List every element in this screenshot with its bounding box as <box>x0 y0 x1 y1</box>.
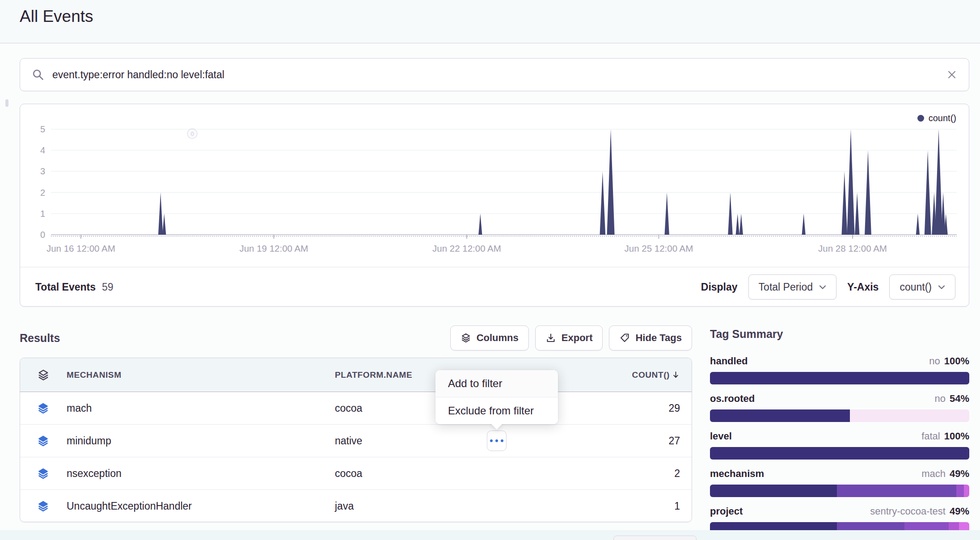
yaxis-label: Y-Axis <box>847 281 879 293</box>
tag-top-value: no <box>929 355 940 367</box>
chart-footer: Total Events 59 Display Total Period Y-A… <box>20 267 969 307</box>
search-bar[interactable]: event.type:error handled:no level:fatal <box>20 58 969 91</box>
hide-tags-button[interactable]: Hide Tags <box>609 325 692 350</box>
legend-series-label: count() <box>929 113 956 123</box>
table-row[interactable]: nsexceptioncocoa2 <box>20 457 692 490</box>
count-header-label: COUNT() <box>632 370 670 380</box>
total-events-label: Total Events <box>35 281 96 293</box>
tag-percent: 49% <box>950 505 969 518</box>
svg-text:2: 2 <box>40 188 45 198</box>
cell-count[interactable]: 1 <box>674 500 692 512</box>
total-events-value: 59 <box>102 281 114 293</box>
tag-bar-segment <box>837 485 956 497</box>
menu-item-exclude-from-filter[interactable]: Exclude from filter <box>435 397 558 424</box>
cell-count[interactable]: 27 <box>668 435 692 447</box>
svg-text:Jun 16 12:00 AM: Jun 16 12:00 AM <box>46 243 115 253</box>
table-row[interactable]: minidumpnative27 <box>20 425 692 457</box>
layers-icon <box>37 500 67 512</box>
tag-bar-segment <box>964 485 969 497</box>
svg-text:1: 1 <box>40 209 45 219</box>
tag-percent: 100% <box>944 355 969 367</box>
tag-bar-segment <box>710 409 850 422</box>
chevron-down-icon <box>819 285 826 290</box>
tag-distribution-bar[interactable] <box>710 372 969 384</box>
tag-bar-segment <box>710 485 837 497</box>
cell-mechanism[interactable]: minidump <box>67 435 335 447</box>
tag-distribution-bar[interactable] <box>710 409 969 422</box>
tag-bar-segment <box>710 447 969 460</box>
column-header-count[interactable]: COUNT() <box>632 370 692 380</box>
display-select-value: Total Period <box>759 281 813 293</box>
cell-actions-button[interactable] <box>487 430 507 451</box>
layers-icon <box>460 333 471 343</box>
tag-name: handled <box>710 355 748 367</box>
tag-top-value: no <box>934 392 945 405</box>
yaxis-select[interactable]: count() <box>889 274 955 300</box>
tag-distribution-bar[interactable] <box>710 447 969 460</box>
results-toolbar: Columns Export Hide Tags <box>450 325 692 350</box>
tag-bar-segment <box>710 372 969 384</box>
cell-mechanism[interactable]: mach <box>67 402 335 414</box>
events-chart-card: 012345Jun 16 12:00 AMJun 19 12:00 AMJun … <box>20 104 969 307</box>
yaxis-select-value: count() <box>900 281 932 293</box>
tag-entry: os.rootedno54% <box>710 392 969 422</box>
table-row[interactable]: UncaughtExceptionHandlerjava1 <box>20 490 692 522</box>
search-input[interactable]: event.type:error handled:no level:fatal <box>52 69 946 81</box>
tag-percent: 54% <box>950 392 969 405</box>
sort-desc-icon <box>672 371 680 379</box>
export-button[interactable]: Export <box>535 325 603 350</box>
tag-percent: 100% <box>944 430 969 443</box>
results-bar: Results Columns Export <box>20 320 692 356</box>
results-table: MECHANISM PLATFORM.NAME COUNT() machcoco… <box>20 358 692 522</box>
cell-platform[interactable]: native <box>335 435 592 447</box>
svg-text:3: 3 <box>40 166 45 176</box>
tag-entry: handledno100% <box>710 355 969 384</box>
table-row[interactable]: machcocoa29 <box>20 392 692 425</box>
cell-count[interactable]: 2 <box>674 468 692 480</box>
tag-entry: mechanismmach49% <box>710 468 969 497</box>
display-label: Display <box>701 281 738 293</box>
column-header-mechanism[interactable]: MECHANISM <box>67 370 335 380</box>
tag-name: os.rooted <box>710 392 755 405</box>
tag-percent: 49% <box>950 468 969 480</box>
search-icon <box>32 68 44 81</box>
svg-text:4: 4 <box>40 145 45 155</box>
svg-text:Jun 19 12:00 AM: Jun 19 12:00 AM <box>239 243 308 253</box>
page-header: All Events <box>0 0 980 43</box>
cell-platform[interactable]: java <box>335 500 592 512</box>
svg-text:Jun 28 12:00 AM: Jun 28 12:00 AM <box>818 243 887 253</box>
layers-icon <box>37 468 67 480</box>
ellipsis-icon <box>490 439 493 442</box>
tag-name: project <box>710 505 743 518</box>
menu-item-add-to-filter[interactable]: Add to filter <box>435 370 558 397</box>
table-header-row: MECHANISM PLATFORM.NAME COUNT() <box>20 358 692 392</box>
chart-legend[interactable]: count() <box>917 113 956 123</box>
close-icon <box>946 69 957 80</box>
hide-tags-button-label: Hide Tags <box>635 332 682 344</box>
tag-entry: levelfatal100% <box>710 430 969 460</box>
svg-text:0: 0 <box>40 230 45 240</box>
download-icon <box>545 333 556 343</box>
layers-icon <box>37 435 67 447</box>
tag-name: level <box>710 430 732 443</box>
svg-text:Jun 22 12:00 AM: Jun 22 12:00 AM <box>432 243 501 253</box>
chevron-down-icon <box>938 285 945 290</box>
pagination-stub[interactable] <box>613 536 697 540</box>
search-clear-button[interactable] <box>946 69 957 80</box>
legend-series-dot <box>917 115 924 122</box>
svg-text:5: 5 <box>40 124 45 134</box>
tag-summary-heading: Tag Summary <box>710 325 969 343</box>
columns-button[interactable]: Columns <box>450 325 529 350</box>
events-chart: 012345Jun 16 12:00 AMJun 19 12:00 AMJun … <box>20 104 969 267</box>
page-bottom-strip <box>0 530 980 540</box>
tag-summary: Tag Summary handledno100%os.rootedno54%l… <box>710 325 969 540</box>
cell-mechanism[interactable]: UncaughtExceptionHandler <box>67 500 335 512</box>
tag-distribution-bar[interactable] <box>710 485 969 497</box>
cell-mechanism[interactable]: nsexception <box>67 468 335 480</box>
layers-icon <box>37 369 67 381</box>
panel-drag-handle[interactable] <box>5 99 8 107</box>
cell-platform[interactable]: cocoa <box>335 468 592 480</box>
display-select[interactable]: Total Period <box>748 274 836 300</box>
cell-count[interactable]: 29 <box>668 402 692 414</box>
cell-actions-menu: Add to filterExclude from filter <box>435 370 558 424</box>
